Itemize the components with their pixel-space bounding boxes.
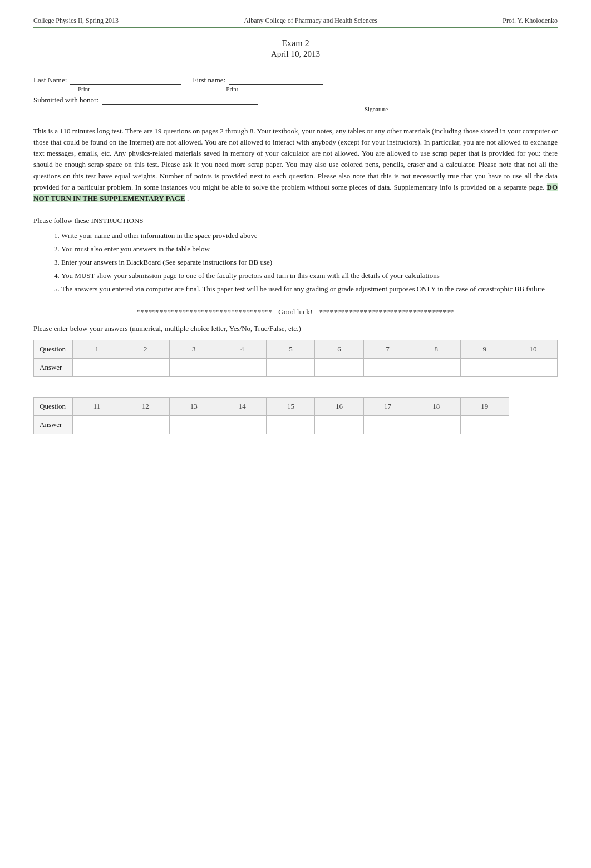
honor-row: Submitted with honor: — [33, 96, 558, 105]
table1-q3: 3 — [170, 340, 218, 359]
table2-a18[interactable] — [412, 416, 460, 434]
table1-a1[interactable] — [73, 359, 121, 377]
table2-a16[interactable] — [315, 416, 363, 434]
stars-right: ************************************ — [318, 307, 454, 316]
table2-empty — [509, 398, 557, 416]
table2-empty2 — [509, 416, 557, 434]
signature-label: Signature — [195, 106, 558, 112]
last-name-print: Print — [78, 86, 90, 92]
instructions-list: Write your name and other information in… — [61, 230, 558, 295]
instruction-1: Write your name and other information in… — [61, 230, 558, 242]
stars-left: ************************************ — [137, 307, 272, 316]
table1-answer-label: Answer — [34, 359, 73, 377]
table2-q14: 14 — [218, 398, 267, 416]
table2-a14[interactable] — [218, 416, 267, 434]
table2-a15[interactable] — [267, 416, 315, 434]
table1-q2: 2 — [121, 340, 170, 359]
header-right: Prof. Y. Kholodenko — [503, 17, 558, 25]
table2-q12: 12 — [121, 398, 170, 416]
good-luck-banner: ************************************ Goo… — [33, 307, 558, 316]
table1-a7[interactable] — [363, 359, 412, 377]
instruction-5: The answers you entered via computer are… — [61, 283, 558, 295]
signature-underline[interactable] — [102, 96, 258, 105]
first-name-field: First name: Print — [193, 76, 323, 92]
first-name-print: Print — [226, 86, 238, 92]
instructions-header: Please follow these INSTRUCTIONS — [33, 216, 558, 225]
table2-q13: 13 — [170, 398, 218, 416]
table2-a19[interactable] — [460, 416, 509, 434]
table2-a12[interactable] — [121, 416, 170, 434]
exam-date: April 10, 2013 — [33, 49, 558, 59]
header-center: Albany College of Pharmacy and Health Sc… — [244, 17, 377, 25]
table2-q18: 18 — [412, 398, 460, 416]
table1-q1: 1 — [73, 340, 121, 359]
table1-a6[interactable] — [315, 359, 363, 377]
body-text-period: . — [187, 194, 189, 202]
name-form: Last Name: Print First name: Print Submi… — [33, 76, 558, 112]
table2-answer-label: Answer — [34, 416, 73, 434]
body-text-content: This is a 110 minutes long test. There a… — [33, 127, 558, 191]
table2-question-label: Question — [34, 398, 73, 416]
answer-table-2: Question 11 12 13 14 15 16 17 18 19 Answ… — [33, 397, 558, 434]
table1-q10: 10 — [509, 340, 557, 359]
table1-a8[interactable] — [412, 359, 460, 377]
instruction-3: Enter your answers in BlackBoard (See se… — [61, 256, 558, 269]
table1-q7: 7 — [363, 340, 412, 359]
table1-a9[interactable] — [460, 359, 509, 377]
table2-q17: 17 — [363, 398, 412, 416]
exam-title-block: Exam 2 April 10, 2013 — [33, 38, 558, 59]
table2-a11[interactable] — [73, 416, 121, 434]
table1-a10[interactable] — [509, 359, 557, 377]
table2-q11: 11 — [73, 398, 121, 416]
table1-question-label: Question — [34, 340, 73, 359]
table1-a2[interactable] — [121, 359, 170, 377]
table1-q4: 4 — [218, 340, 267, 359]
table1-q6: 6 — [315, 340, 363, 359]
table2-q19: 19 — [460, 398, 509, 416]
good-luck-text: Good luck! — [278, 307, 312, 316]
exam-title: Exam 2 — [33, 38, 558, 48]
table2-q16: 16 — [315, 398, 363, 416]
header-bar: College Physics II, Spring 2013 Albany C… — [33, 17, 558, 28]
table1-a5[interactable] — [267, 359, 315, 377]
table1-a3[interactable] — [170, 359, 218, 377]
instruction-4: You MUST show your submission page to on… — [61, 270, 558, 282]
last-name-label: Last Name: — [33, 76, 67, 85]
answer-prompt: Please enter below your answers (numeric… — [33, 324, 558, 333]
table1-q8: 8 — [412, 340, 460, 359]
table2-q15: 15 — [267, 398, 315, 416]
header-left: College Physics II, Spring 2013 — [33, 17, 119, 25]
first-name-label: First name: — [193, 76, 225, 85]
first-name-underline[interactable] — [229, 76, 323, 85]
last-name-underline[interactable] — [70, 76, 181, 85]
answer-table-1: Question 1 2 3 4 5 6 7 8 9 10 Answer — [33, 340, 558, 377]
body-text: This is a 110 minutes long test. There a… — [33, 126, 558, 204]
table2-a13[interactable] — [170, 416, 218, 434]
table1-q9: 9 — [460, 340, 509, 359]
table1-a4[interactable] — [218, 359, 267, 377]
last-name-field: Last Name: Print — [33, 76, 181, 92]
table1-q5: 5 — [267, 340, 315, 359]
table2-a17[interactable] — [363, 416, 412, 434]
instruction-2: You must also enter you answers in the t… — [61, 243, 558, 255]
submitted-label: Submitted with honor: — [33, 96, 98, 105]
